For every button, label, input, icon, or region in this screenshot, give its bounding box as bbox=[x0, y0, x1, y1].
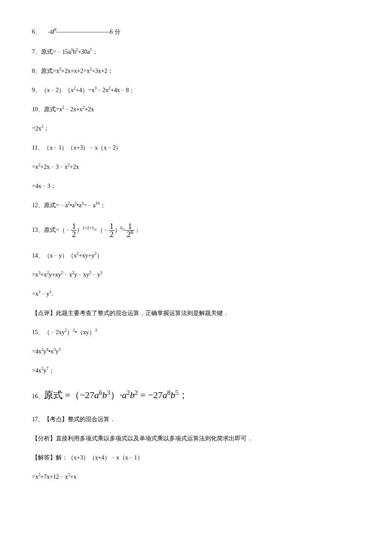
text: ﹣2x bbox=[97, 87, 109, 93]
text: •a bbox=[77, 202, 81, 208]
text: ； bbox=[179, 390, 188, 400]
document-page: 6、 -a8—————————6 分 7、原式=﹣15a3b2+30a5； 8、… bbox=[0, 0, 392, 555]
text: =（﹣ bbox=[94, 227, 109, 233]
text: ﹣x bbox=[63, 272, 72, 278]
text: y bbox=[43, 367, 46, 374]
text: •a bbox=[70, 202, 75, 208]
text: ； bbox=[49, 367, 55, 374]
text: y bbox=[43, 348, 46, 355]
text: = −27 bbox=[138, 390, 163, 400]
text: +xy+y bbox=[79, 252, 95, 259]
text: +30a bbox=[78, 49, 90, 55]
item-7: 7、原式=﹣15a3b2+30a5； bbox=[32, 47, 360, 56]
exp: 3 bbox=[59, 347, 61, 352]
text: +2x bbox=[70, 164, 79, 170]
text: +x bbox=[70, 474, 77, 480]
text: +4）=x bbox=[76, 87, 95, 93]
exp: 2 bbox=[127, 389, 130, 396]
text: ） bbox=[67, 329, 73, 335]
text: +x bbox=[40, 272, 47, 278]
item-14-result: =x3﹣y3. bbox=[32, 289, 360, 298]
text: •（xy） bbox=[75, 329, 95, 335]
text: ﹣y bbox=[91, 272, 100, 278]
fraction: 12 bbox=[71, 223, 77, 238]
comment-1: 【点评】此题主要考查了整式的混合运算，正确掌握运算法则是解题关键． bbox=[32, 309, 360, 318]
text: 12、原式=﹣a bbox=[32, 202, 68, 208]
text: ； bbox=[43, 125, 49, 132]
text: 【点评】此题主要考查了整式的混合运算，正确掌握运算法则是解题关键． bbox=[32, 310, 229, 316]
var: b bbox=[130, 390, 135, 400]
exp: 5 bbox=[175, 389, 179, 396]
text: ； bbox=[134, 227, 140, 233]
text: 14、（x﹣y）（x bbox=[32, 252, 77, 259]
text: =2x bbox=[32, 125, 41, 132]
formula: 原式 =（−27a6b3）·a2b2 = −27a8b5； bbox=[44, 390, 188, 400]
text: b bbox=[73, 49, 76, 55]
item-14-step: =x3+x2y+xy2﹣x2y﹣xy2﹣y3 bbox=[32, 270, 360, 279]
exp: 3 bbox=[95, 328, 97, 332]
text: ） bbox=[77, 227, 83, 233]
item-17-step: =x2+7x+12﹣x2+x bbox=[32, 472, 360, 481]
exp: 6 bbox=[99, 389, 102, 396]
text: 10、原式=x bbox=[32, 106, 62, 113]
text: = bbox=[122, 227, 126, 233]
text: y﹣xy bbox=[74, 272, 89, 278]
item-17-analysis: 【分析】直接利用多项式乘以多项式以及单项式乘以多项式运算法则化简求出即可． bbox=[32, 434, 360, 443]
text: 9、（x﹣2）（x bbox=[32, 87, 74, 93]
denominator: 26 bbox=[126, 230, 134, 238]
item-10-result: =2x2； bbox=[32, 124, 360, 133]
item-10: 10、原式=x2﹣2x+x2+2x bbox=[32, 105, 360, 114]
text: •x bbox=[49, 348, 54, 355]
item-13: 13、原式=（﹣12）1+2+3=（﹣12）6=126； bbox=[32, 223, 360, 238]
item-11-result: =4x﹣3； bbox=[32, 182, 360, 191]
exp: 3 bbox=[100, 270, 102, 275]
denominator: 2 bbox=[109, 230, 115, 238]
numerator: 1 bbox=[109, 223, 115, 230]
item-17-solution: 【解答】解：（x+3）（x+4）﹣x（x﹣1） bbox=[32, 453, 360, 462]
exp: 1+2+3 bbox=[83, 225, 94, 230]
text: +2x+x+2=x bbox=[61, 68, 90, 74]
text: ） bbox=[97, 252, 103, 259]
item-15: 15、（﹣2xy2）2•（xy）3 bbox=[32, 328, 360, 337]
text: 11、（x﹣1）（x+3）﹣x（x﹣2） bbox=[32, 145, 121, 151]
exp: 3 bbox=[107, 389, 110, 396]
text: 【分析】直接利用多项式乘以多项式以及单项式乘以多项式运算法则化简求出即可． bbox=[32, 435, 253, 442]
item-15-result: =4x5y7； bbox=[32, 366, 360, 375]
text: =x bbox=[32, 272, 38, 278]
text: =x bbox=[32, 474, 38, 480]
text: ） bbox=[115, 227, 121, 233]
text: =4x﹣3； bbox=[32, 183, 56, 189]
text: =x bbox=[32, 164, 38, 170]
text: 13、原式=（﹣ bbox=[32, 227, 71, 233]
item-15-step: =4x2y4•x3y3 bbox=[32, 347, 360, 356]
text: 15、（﹣2xy bbox=[32, 329, 65, 335]
var: a bbox=[162, 390, 167, 400]
exp: 6 bbox=[130, 229, 133, 235]
text: 【解答】解：（x+3）（x+4）﹣x（x﹣1） bbox=[32, 454, 143, 461]
exp: 10 bbox=[95, 201, 100, 205]
denominator: 2 bbox=[71, 230, 77, 238]
text: =﹣a bbox=[84, 202, 95, 208]
fraction: 12 bbox=[109, 223, 115, 238]
text: =x bbox=[32, 291, 38, 297]
text: ； bbox=[92, 49, 98, 55]
text: +3x+2； bbox=[92, 68, 113, 74]
item-17-heading: 17、【考点】整式的混合运算． bbox=[32, 415, 360, 424]
text: y bbox=[56, 348, 59, 355]
text: ﹣2x+x bbox=[64, 106, 83, 113]
text: ）· bbox=[110, 390, 122, 400]
numerator: 1 bbox=[71, 223, 77, 230]
text: 7、原式=﹣15a bbox=[32, 49, 71, 55]
text: +2x bbox=[85, 106, 94, 113]
var: a bbox=[122, 390, 127, 400]
text: ； bbox=[100, 202, 106, 208]
text: +4x﹣8； bbox=[111, 87, 135, 93]
text: ﹣y bbox=[40, 291, 49, 297]
exp: 2 bbox=[135, 389, 138, 396]
text: +7x+12﹣x bbox=[40, 474, 68, 480]
text: . bbox=[52, 291, 53, 297]
text: =4x bbox=[32, 367, 41, 374]
text: +2x﹣3﹣x bbox=[40, 164, 68, 170]
item-8: 8、原式=x2+2x+x+2=x2+3x+2； bbox=[32, 66, 360, 75]
variable-a: a bbox=[50, 27, 54, 35]
